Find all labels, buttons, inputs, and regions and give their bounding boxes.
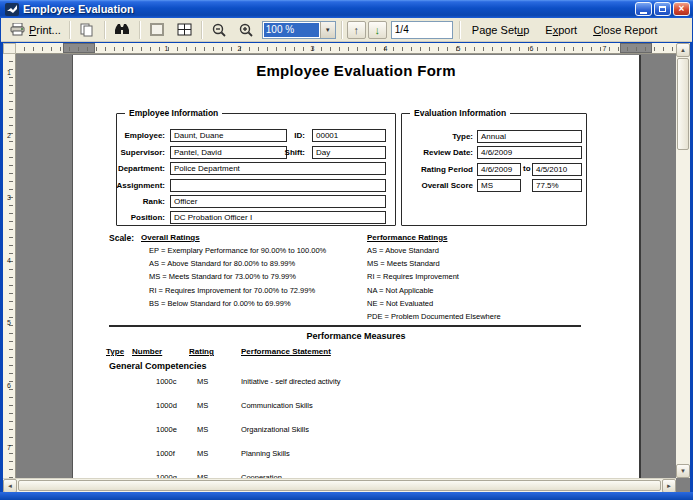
scale-line: NE = Not Evaluated	[367, 299, 501, 312]
horizontal-scroll-thumb[interactable]	[18, 480, 661, 491]
department-label: Department:	[118, 164, 165, 173]
measure-row: 1000c MS Initiative - self directed acti…	[73, 377, 639, 401]
scale-line: PDE = Problem Documented Elsewhere	[367, 312, 501, 325]
review-date-label: Review Date:	[423, 148, 473, 157]
ruler-number: 2	[3, 132, 15, 195]
export-button[interactable]: Export	[537, 21, 585, 39]
zoom-out-button[interactable]	[206, 19, 233, 40]
scroll-left-button[interactable]: ◄	[3, 479, 17, 493]
assignment-label: Assignment:	[117, 181, 165, 190]
close-button[interactable]: ×	[673, 2, 690, 16]
rating-period-to-field: 4/5/2010	[532, 163, 582, 176]
column-header-rating: Rating	[189, 347, 214, 356]
vertical-ruler: 1234567	[3, 54, 16, 478]
ruler-corner	[3, 43, 16, 54]
print-label: Print...	[29, 24, 61, 36]
measure-row: 1000e MS Organizational Skills	[73, 425, 639, 449]
page-setup-label: Page Setup	[472, 24, 530, 36]
toolbar-separator	[104, 21, 106, 39]
single-page-button[interactable]	[144, 19, 171, 40]
restore-button[interactable]	[654, 2, 671, 16]
scroll-up-button[interactable]: ▲	[676, 43, 690, 57]
minimize-button[interactable]	[635, 2, 652, 16]
measure-number: 1000e	[156, 425, 177, 434]
performance-ratings-title: Performance Ratings	[367, 233, 447, 242]
next-page-button[interactable]: ↓	[368, 21, 387, 39]
horizontal-ruler: 1234567	[16, 43, 676, 54]
scale-line: AS = Above Standard for 80.00% to 89.99%	[149, 259, 326, 272]
shift-field: Day	[312, 146, 386, 159]
assignment-field	[170, 179, 386, 192]
window-title: Employee Evaluation	[23, 3, 635, 15]
supervisor-field: Pantel, David	[170, 146, 287, 159]
multiple-pages-icon	[176, 22, 193, 37]
title-bar: Employee Evaluation ×	[0, 0, 693, 18]
employee-info-title: Employee Information	[125, 108, 222, 118]
performance-measures-title: Performance Measures	[73, 331, 639, 341]
overall-score-rating-field: MS	[477, 179, 521, 192]
type-field: Annual	[477, 130, 582, 143]
find-button[interactable]	[109, 19, 136, 40]
vertical-scroll-thumb[interactable]	[677, 58, 689, 150]
previous-page-button[interactable]: ↑	[347, 21, 366, 39]
scroll-down-button[interactable]: ▼	[676, 464, 690, 478]
position-field: DC Probation Officer I	[170, 211, 386, 224]
combo-dropdown-icon[interactable]: ▼	[320, 22, 335, 38]
copy-icon	[79, 22, 96, 37]
overall-score-pct-field: 77.5%	[532, 179, 582, 192]
overall-score-label: Overall Score	[421, 181, 473, 190]
close-report-button[interactable]: Close Report	[585, 21, 665, 39]
print-button[interactable]: Print...	[4, 19, 66, 40]
toolbar: Print...	[1, 18, 692, 42]
vertical-scrollbar[interactable]: ▲ ▼	[676, 43, 690, 478]
rank-field: Officer	[170, 195, 386, 208]
ruler-number: 2	[203, 43, 276, 53]
scale-line: EP = Exemplary Performance for 90.00% to…	[149, 246, 326, 259]
overall-ratings-list: EP = Exemplary Performance for 90.00% to…	[149, 246, 326, 312]
measure-group-header: General Competencies	[109, 361, 207, 371]
app-icon	[5, 3, 19, 16]
performance-ratings-list: AS = Above StandardMS = Meets StandardRI…	[367, 246, 501, 325]
close-report-label: Close Report	[593, 24, 657, 36]
zoom-value[interactable]: 100 %	[264, 23, 319, 37]
page-setup-button[interactable]: Page Setup	[464, 21, 538, 39]
section-divider	[109, 325, 581, 327]
zoom-combobox[interactable]: 100 % ▼	[262, 21, 336, 39]
single-page-icon	[149, 22, 166, 37]
measure-row: 1000d MS Communication Skills	[73, 401, 639, 425]
page-indicator-input[interactable]: 1/4	[391, 21, 453, 39]
shift-label: Shift:	[285, 148, 305, 157]
window-bottom-border	[0, 492, 693, 500]
scroll-right-button[interactable]: ►	[662, 479, 676, 493]
horizontal-scrollbar[interactable]: ◄ ►	[3, 478, 676, 492]
copy-button[interactable]	[74, 19, 101, 40]
employee-info-group: Employee Information Employee: Daunt, Du…	[116, 113, 396, 226]
measure-rating: MS	[197, 425, 208, 434]
column-header-number: Number	[132, 347, 162, 356]
evaluation-info-title: Evaluation Information	[410, 108, 510, 118]
column-header-statement: Performance Statement	[241, 347, 331, 356]
measure-row: 1000f MS Planning Skills	[73, 449, 639, 473]
scale-line: RI = Requires Improvement for 70.00% to …	[149, 286, 326, 299]
close-icon: ×	[679, 4, 685, 14]
department-field: Police Department	[170, 162, 386, 175]
zoom-out-icon	[211, 22, 228, 37]
employee-label: Employee:	[125, 131, 165, 140]
measure-rating: MS	[197, 449, 208, 458]
measure-statement: Initiative - self directed activity	[241, 377, 341, 386]
ruler-number: 4	[3, 257, 15, 320]
toolbar-separator	[139, 21, 141, 39]
zoom-in-button[interactable]	[233, 19, 260, 40]
measure-number: 1000d	[156, 401, 177, 410]
ruler-number: 3	[276, 43, 349, 53]
ruler-number: 7	[568, 43, 641, 53]
overall-ratings-title: Overall Ratings	[141, 233, 200, 242]
multiple-pages-button[interactable]	[171, 19, 198, 40]
supervisor-label: Supervisor:	[121, 148, 165, 157]
ruler-number: 3	[3, 194, 15, 257]
document-page: Employee Evaluation Form Employee Inform…	[72, 55, 641, 478]
scale-line: RI = Requires Improvement	[367, 272, 501, 285]
scale-line: BS = Below Standard for 0.00% to 69.99%	[149, 299, 326, 312]
toolbar-separator	[201, 21, 203, 39]
scale-line: AS = Above Standard	[367, 246, 501, 259]
